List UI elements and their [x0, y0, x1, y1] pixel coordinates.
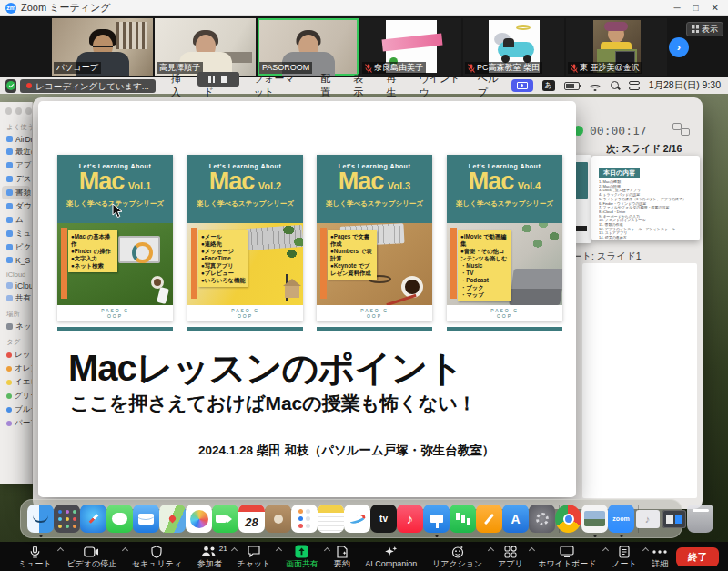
reactions-button[interactable]: リアクション	[425, 545, 490, 568]
dock-safari-icon[interactable]	[80, 501, 106, 537]
next-page-button[interactable]: ›	[669, 37, 689, 57]
sidebar-tag-orange[interactable]: オレンジ	[0, 362, 32, 375]
participant-video-active-speaker[interactable]: PASOROOM	[258, 18, 359, 76]
presenter-layout-icon[interactable]	[672, 123, 690, 136]
sidebar-item-shared[interactable]: 共有	[0, 291, 32, 305]
menu-window[interactable]: ウインドウ	[411, 72, 470, 99]
menu-play[interactable]: 再生	[378, 72, 410, 99]
more-button[interactable]: 詳細	[644, 545, 675, 568]
dock-zoom-icon[interactable]: zoom	[608, 501, 634, 537]
menu-insert[interactable]: 挿入	[163, 72, 196, 99]
dock-notes-icon[interactable]	[318, 501, 344, 537]
menu-slide[interactable]: スライド	[196, 72, 246, 99]
sidebar-tag-blue[interactable]: ブルー	[0, 403, 32, 416]
menu-bar-clock[interactable]: 1月28日(日) 9:30	[649, 79, 721, 92]
dock-pages-icon[interactable]	[476, 501, 502, 537]
view-button[interactable]: 表示	[686, 22, 723, 36]
sidebar-item-desktop[interactable]: デスクトップ	[0, 172, 32, 186]
dock-numbers-icon[interactable]	[450, 501, 476, 537]
dock-freeform-icon[interactable]	[344, 501, 370, 537]
dock-preview-icon[interactable]	[581, 501, 608, 537]
dock-music-icon[interactable]: ♪	[397, 501, 423, 537]
security-button[interactable]: セキュリティ	[125, 545, 189, 568]
participant-video[interactable]: パソコープ	[52, 18, 153, 76]
ai-companion-button[interactable]: AI Companion	[358, 545, 424, 568]
dock-chrome-icon[interactable]	[555, 501, 581, 537]
presenter-notes-area[interactable]	[582, 263, 697, 498]
dock-appstore-icon[interactable]: A	[502, 501, 529, 537]
book-cover-vol1: Let's Learning About Mac Vol.1 楽しく学べるステッ…	[57, 155, 173, 321]
window-titlebar: zm Zoom ミーティング ─ □ ✕	[0, 0, 728, 16]
sidebar-item-downloads[interactable]: ダウンロード	[0, 199, 32, 213]
dock-mail-icon[interactable]	[133, 501, 159, 537]
participant-video[interactable]: 奈良島由美子	[360, 18, 461, 76]
sidebar-item-folder[interactable]: K_S	[0, 254, 32, 266]
screen-share-indicator-icon[interactable]	[511, 79, 533, 92]
dock-keynote-icon[interactable]	[423, 501, 450, 537]
spotlight-icon[interactable]	[611, 81, 620, 90]
sidebar-item-network[interactable]: ネットワーク	[0, 320, 32, 333]
dock-maps-icon[interactable]	[159, 501, 186, 537]
sidebar-item-icloud-drive[interactable]: iCloud Drive	[0, 280, 32, 291]
sidebar-item-documents[interactable]: 書類	[2, 186, 30, 199]
control-center-icon[interactable]	[629, 81, 640, 90]
stop-video-button[interactable]: ビデオの停止	[59, 545, 124, 568]
recording-banner-label: レコーディングしています...	[35, 79, 148, 93]
sidebar-tag-purple[interactable]: パープル	[0, 416, 32, 430]
dock-photos-icon[interactable]	[186, 501, 212, 537]
window-traffic-lights[interactable]	[0, 102, 32, 118]
sidebar-tag-red[interactable]: レッド	[0, 348, 32, 362]
publisher-logo: PASO COOP	[489, 308, 521, 319]
sidebar-item-movies[interactable]: ムービー	[0, 213, 32, 227]
cover-title: Mac	[209, 168, 255, 195]
maximize-button[interactable]: □	[693, 3, 699, 13]
sidebar-tag-yellow[interactable]: イエロー	[0, 375, 32, 389]
zoom-meeting-window: zm Zoom ミーティング ─ □ ✕ パソコープ 高見澤順子	[0, 0, 728, 571]
wifi-icon[interactable]	[589, 81, 602, 91]
participant-video[interactable]: PC高森教室 柴田	[463, 18, 564, 76]
chat-button[interactable]: チャット	[229, 545, 278, 568]
pause-recording-button[interactable]	[208, 76, 215, 83]
dock-downloads-icon[interactable]	[661, 501, 687, 537]
notes-button[interactable]: ノート	[604, 545, 643, 568]
dock-finder-icon[interactable]	[27, 501, 54, 537]
dock-facetime-icon[interactable]	[212, 501, 238, 537]
participant-video[interactable]: 東 亜沙美@金沢	[566, 18, 667, 76]
sidebar-item-applications[interactable]: アプリケーション	[0, 158, 32, 172]
sidebar-item-music[interactable]: ミュージック	[0, 227, 32, 240]
button-label: 参加者	[197, 559, 222, 568]
dock-launchpad-icon[interactable]	[54, 501, 80, 537]
ime-input-icon[interactable]: あ	[542, 80, 555, 91]
mute-button[interactable]: ミュート	[11, 545, 59, 568]
dock-messages-icon[interactable]	[106, 501, 133, 537]
participant-video[interactable]: 高見澤順子	[155, 18, 256, 76]
close-button[interactable]: ✕	[712, 3, 719, 13]
stop-recording-button[interactable]	[221, 76, 228, 83]
menu-help[interactable]: ヘルプ	[470, 72, 511, 99]
summary-button[interactable]: 要約	[327, 545, 358, 568]
leave-meeting-button[interactable]: 終了	[676, 547, 719, 566]
dock-music-folder-icon[interactable]: ♪	[634, 501, 661, 537]
whiteboard-button[interactable]: ホワイトボード	[531, 545, 603, 568]
dock-contacts-icon[interactable]	[265, 501, 291, 537]
dock-calendar-icon[interactable]: 28	[238, 501, 265, 537]
next-slide-preview[interactable]: 本日の内容 1. Macの種類 2. Macの特徴 3. Dockに並ぶ標準アプ…	[592, 156, 700, 240]
dock-settings-icon[interactable]	[529, 501, 555, 537]
sidebar-item-airdrop[interactable]: AirDrop	[0, 133, 32, 145]
slide-subtitle: ここを押さえておけばMacの授業も怖くない！	[70, 391, 477, 416]
apps-button[interactable]: アプリ	[490, 545, 531, 568]
sidebar-item-pictures[interactable]: ピクチャ	[0, 240, 32, 254]
menu-format[interactable]: フォーマット	[246, 72, 312, 99]
dock-appletv-icon[interactable]: tv	[370, 501, 397, 537]
sidebar-item-recents[interactable]: 最近の項目	[0, 145, 32, 158]
minimize-button[interactable]: ─	[673, 3, 680, 13]
dock-trash-icon[interactable]	[687, 501, 713, 537]
whiteboard-icon	[560, 546, 574, 557]
participants-button[interactable]: 参加者 21	[190, 545, 229, 568]
mic-muted-icon	[571, 64, 578, 73]
share-screen-button[interactable]: 画面共有	[278, 545, 326, 568]
dock-reminders-icon[interactable]	[291, 501, 318, 537]
menu-view[interactable]: 表示	[345, 72, 378, 99]
menu-arrange[interactable]: 配置	[312, 72, 345, 99]
sidebar-tag-green[interactable]: グリーン	[0, 389, 32, 403]
